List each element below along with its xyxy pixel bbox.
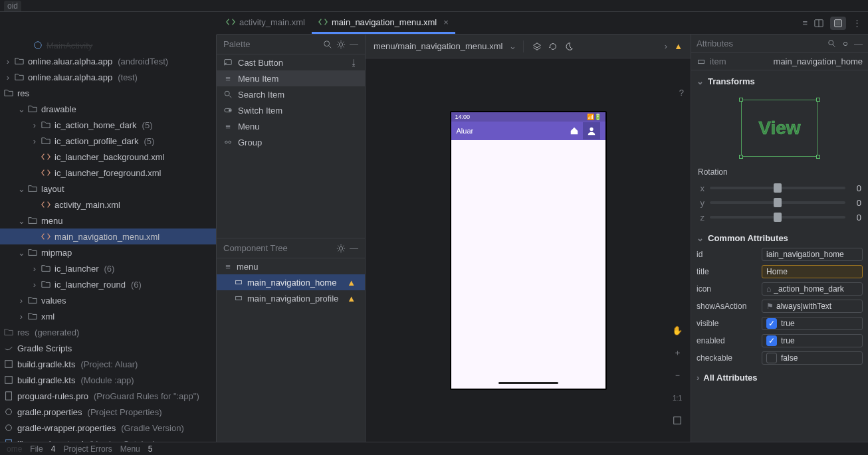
appbar-home-icon[interactable] xyxy=(566,122,583,139)
palette-menu-item[interactable]: ≡ Menu Item xyxy=(217,70,365,86)
attr-id-field[interactable]: iain_navigation_home xyxy=(762,248,863,261)
attr-showasaction-field[interactable]: ⚑always|withText xyxy=(762,300,863,313)
attr-visible-field[interactable]: ✓true xyxy=(762,317,863,330)
tree-row-menu-file[interactable]: main_navigation_menu.xml xyxy=(0,228,216,244)
file-icon xyxy=(4,391,13,401)
tab-main-navigation-menu[interactable]: main_navigation_menu.xml × xyxy=(312,12,455,34)
ctree-root-menu[interactable]: ≡ menu xyxy=(217,258,365,274)
help-icon[interactable]: ? xyxy=(679,88,684,98)
view-preview-box[interactable]: View xyxy=(741,100,818,157)
tree-row-layout[interactable]: ⌄ layout xyxy=(0,181,216,197)
tree-row-build-gradle-module[interactable]: build.gradle.kts (Module :app) xyxy=(0,372,216,388)
tree-row-pkg-androidtest[interactable]: › online.aluar.alpha.app (androidTest) xyxy=(0,53,216,69)
tree-row-gradle-wrapper[interactable]: gradle-wrapper.properties (Gradle Versio… xyxy=(0,420,216,436)
tree-row-xml[interactable]: › xml xyxy=(0,308,216,324)
zoom-1to1-icon[interactable]: 1:1 xyxy=(669,390,685,406)
tree-row-res[interactable]: res xyxy=(0,85,216,101)
svg-point-4 xyxy=(35,42,42,49)
warning-icon[interactable]: ▲ xyxy=(674,41,683,51)
zoom-fit-icon[interactable] xyxy=(669,412,685,428)
attr-enabled-field[interactable]: ✓true xyxy=(762,334,863,347)
tree-row-ic-launcher-round[interactable]: › ic_launcher_round (6) xyxy=(0,276,216,292)
tree-row-home-dark[interactable]: › ic_action_home_dark (5) xyxy=(0,117,216,133)
tree-row-libs-versions[interactable]: libs.versions.toml (Version Catalog) xyxy=(0,436,216,442)
design-surface[interactable]: ? 14:00 📶🔋 Aluar xyxy=(366,58,691,442)
tree-row-activity-main-xml[interactable]: activity_main.xml xyxy=(0,197,216,213)
tree-row-values[interactable]: › values xyxy=(0,292,216,308)
checkbox-checked-icon[interactable]: ✓ xyxy=(766,318,777,329)
status-file-label[interactable]: File xyxy=(30,444,43,454)
code-icon xyxy=(41,232,51,241)
ctree-item-home[interactable]: main_navigation_home ▲ xyxy=(217,274,365,290)
section-transforms[interactable]: ⌄ Transforms xyxy=(691,73,868,89)
download-icon[interactable]: ⭳ xyxy=(350,58,358,68)
appbar-profile-icon[interactable] xyxy=(583,122,600,139)
zoom-in-icon[interactable]: ＋ xyxy=(669,345,685,361)
palette-search-item[interactable]: Search Item xyxy=(217,86,365,102)
list-view-icon[interactable]: ≡ xyxy=(802,18,808,28)
tree-row-gradle-props[interactable]: gradle.properties (Project Properties) xyxy=(0,404,216,420)
attr-checkable-field[interactable]: false xyxy=(762,351,863,365)
layers-icon[interactable] xyxy=(532,42,542,51)
tree-row-menu-folder[interactable]: ⌄ menu xyxy=(0,213,216,228)
attributes-panel: Attributes — item main_navigation_home ⌄… xyxy=(691,35,868,442)
zoom-out-icon[interactable]: － xyxy=(669,367,685,383)
night-icon[interactable] xyxy=(564,42,574,51)
close-icon[interactable]: × xyxy=(443,17,449,27)
tree-row-gradle-scripts[interactable]: Gradle Scripts xyxy=(0,340,216,356)
status-menu-label[interactable]: Menu xyxy=(120,444,140,454)
attr-icon-field[interactable]: ⌂_action_home_dark xyxy=(762,282,863,296)
attr-file: main_navigation_home xyxy=(774,56,863,66)
palette-switch-item[interactable]: Switch Item xyxy=(217,102,365,118)
tab-activity-main[interactable]: activity_main.xml xyxy=(219,12,312,34)
attr-title-field[interactable]: Home xyxy=(762,265,863,278)
tree-row-pkg-test[interactable]: › online.aluar.alpha.app (test) xyxy=(0,69,216,85)
tree-row-proguard[interactable]: proguard-rules.pro (ProGuard Rules for "… xyxy=(0,388,216,404)
rotate-icon[interactable] xyxy=(548,42,558,51)
palette-menu[interactable]: ≡ Menu xyxy=(217,118,365,134)
palette-cast-button[interactable]: Cast Button ⭳ xyxy=(217,54,365,70)
gear-icon[interactable] xyxy=(336,40,346,49)
split-view-icon[interactable] xyxy=(814,19,823,28)
rotation-z[interactable]: z 0 xyxy=(698,210,861,225)
chevron-down-icon[interactable]: ⌄ xyxy=(509,41,516,51)
svg-line-16 xyxy=(229,96,232,98)
section-all-attrs[interactable]: › All Attributes xyxy=(691,369,868,385)
rotation-y[interactable]: y 0 xyxy=(698,195,861,210)
tree-row-res-gen[interactable]: res (generated) xyxy=(0,324,216,340)
code-icon xyxy=(41,200,51,209)
gear-icon[interactable] xyxy=(841,39,850,48)
chevron-right-icon[interactable]: › xyxy=(665,41,667,51)
status-project-errors[interactable]: Project Errors xyxy=(63,444,112,454)
palette-group[interactable]: Group xyxy=(217,134,365,150)
tree-row-mipmap[interactable]: ⌄ mipmap xyxy=(0,244,216,260)
search-icon[interactable] xyxy=(827,39,837,48)
folder-icon xyxy=(41,136,51,145)
pan-icon[interactable]: ✋ xyxy=(669,322,685,338)
minimize-icon[interactable]: — xyxy=(350,243,358,253)
checkbox-checked-icon[interactable]: ✓ xyxy=(766,335,777,346)
design-view-icon[interactable] xyxy=(830,17,846,30)
minimize-icon[interactable]: — xyxy=(350,39,358,49)
tree-row-ic-launcher[interactable]: › ic_launcher (6) xyxy=(0,260,216,276)
gear-icon[interactable] xyxy=(336,244,346,253)
design-path[interactable]: menu/main_navigation_menu.xml xyxy=(374,41,502,51)
ctree-item-profile[interactable]: main_navigation_profile ▲ xyxy=(217,290,365,306)
tree-row-build-gradle-project[interactable]: build.gradle.kts (Project: Aluar) xyxy=(0,356,216,372)
more-icon[interactable]: ⋮ xyxy=(853,18,861,28)
tree-row-drawable[interactable]: ⌄ drawable xyxy=(0,101,216,117)
svg-line-27 xyxy=(833,44,835,46)
checkbox-unchecked-icon[interactable] xyxy=(766,353,777,363)
palette-panel: Palette — Cast Button ⭳ ≡ Menu Item xyxy=(217,35,366,442)
status-menu-count: 5 xyxy=(148,444,153,454)
section-common-attrs[interactable]: ⌄ Common Attributes xyxy=(691,230,868,246)
tree-row-launcher-fg[interactable]: ic_launcher_foreground.xml xyxy=(0,165,216,181)
minimize-icon[interactable]: — xyxy=(854,39,863,48)
search-icon[interactable] xyxy=(323,40,332,49)
tree-row-main-activity[interactable]: MainActivity xyxy=(0,37,216,53)
attr-label: enabled xyxy=(697,336,758,345)
tree-row-profile-dark[interactable]: › ic_action_profile_dark (5) xyxy=(0,133,216,149)
tree-hint: (ProGuard Rules for ":app") xyxy=(94,391,199,401)
tree-row-launcher-bg[interactable]: ic_launcher_background.xml xyxy=(0,149,216,165)
rotation-x[interactable]: x 0 xyxy=(698,181,861,195)
